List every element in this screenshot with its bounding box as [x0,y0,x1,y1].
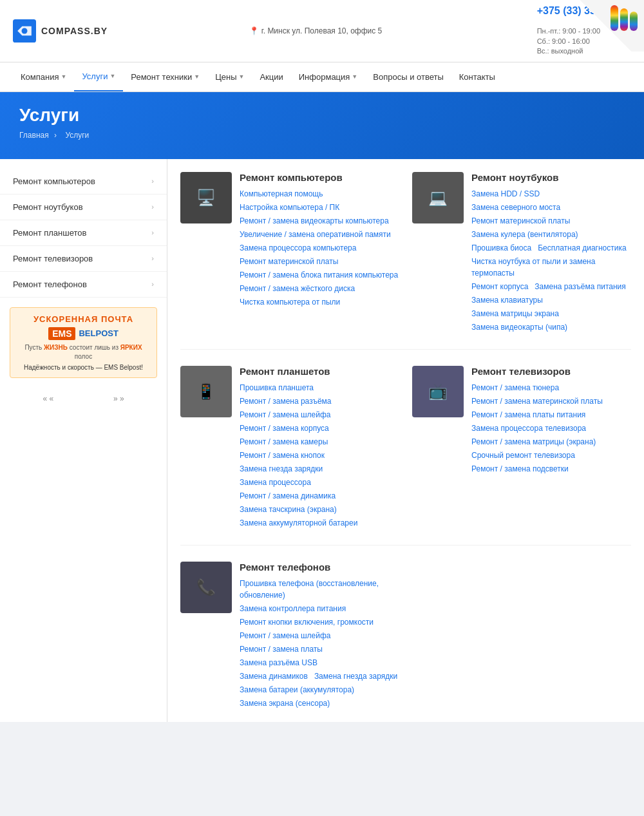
service-link[interactable]: Ремонт материнской платы [240,256,399,267]
nav-repair[interactable]: Ремонт техники ▼ [123,63,207,91]
service-link[interactable]: Замена батареи (аккумулятора) [240,684,399,696]
service-link[interactable]: Прошивка биоса [471,242,531,254]
nav-prices[interactable]: Цены ▼ [207,63,252,91]
service-link[interactable]: Ремонт / замена матрицы (экрана) [471,436,631,448]
ems-brand: EMS [48,327,75,340]
chevron-down-icon: ▼ [194,73,200,80]
service-tablets: 📱 Ремонт планшетов Прошивка планшета Рем… [180,366,399,529]
service-link[interactable]: Замена экрана (сенсора) [240,697,399,709]
chevron-down-icon: ▼ [239,73,245,80]
site-header: COMPASS.BY 📍 г. Минск ул. Полевая 10, оф… [0,0,644,62]
service-link[interactable]: Ремонт / замена блока питания компьютера [240,269,399,281]
spacer [0,722,644,816]
service-link[interactable]: Замена разъёма USB [240,657,317,669]
service-link[interactable]: Бесплатная диагностика [538,242,627,254]
service-link[interactable]: Ремонт материнской платы [471,215,631,227]
computer-image: 🖥️ [180,172,232,223]
nav-faq[interactable]: Вопросы и ответы [365,63,451,91]
service-link[interactable]: Замена клавиатуры [471,294,543,306]
ems-title: УСКОРЕННАЯ ПОЧТА [17,314,150,324]
breadcrumb: Главная › Услуги [19,131,625,140]
service-link[interactable]: Замена гнезда зарядки [240,463,323,475]
nav-promotions[interactable]: Акции [252,63,290,91]
ems-ad-box[interactable]: УСКОРЕННАЯ ПОЧТА EMS BELPOST Пусть ЖИЗНЬ… [10,307,157,378]
chevron-down-icon: ▼ [61,73,67,80]
service-link[interactable]: Ремонт / замена камеры [240,436,399,448]
service-link[interactable]: Ремонт / замена платы [240,643,323,655]
service-link[interactable]: Чистка компьютера от пыли [240,296,399,308]
sidebar-item-laptops[interactable]: Ремонт ноутбуков › [0,195,167,220]
service-link[interactable]: Ремонт / замена кнопок [240,450,399,461]
main-layout: Ремонт компьютеров › Ремонт ноутбуков › … [0,159,644,722]
service-link[interactable]: Чистка ноутбука от пыли и замена термопа… [471,256,631,279]
service-link[interactable]: Замена кулера (вентилятора) [471,229,631,240]
service-link[interactable]: Ремонт / замена платы питания [471,409,631,421]
nav-company[interactable]: Компания ▼ [13,63,74,91]
service-phones: 📞 Ремонт телефонов Прошивка телефона (во… [180,562,399,709]
service-link[interactable]: Прошивка планшета [240,382,399,394]
service-link[interactable]: Срочный ремонт телевизора [471,450,631,461]
service-computers: 🖥️ Ремонт компьютеров Компьютерная помощ… [180,172,399,333]
computers-links: Компьютерная помощь Настройка компьютера… [240,188,399,308]
service-link[interactable]: Замена матрицы экрана [471,308,559,319]
service-link[interactable]: Замена тачскрина (экрана) [240,504,399,515]
service-link[interactable]: Замена HDD / SSD [471,188,540,200]
service-link[interactable]: Замена разъёма питания [535,281,625,292]
tablets-links: Прошивка планшета Ремонт / замена разъём… [240,382,399,529]
laptop-image: 💻 [412,172,464,223]
sidebar-item-tablets[interactable]: Ремонт планшетов › [0,220,167,246]
next-page-btn[interactable]: » » [113,394,124,403]
service-link[interactable]: Компьютерная помощь [240,188,399,200]
nav-contacts[interactable]: Контакты [451,63,503,91]
chevron-right-icon: › [151,229,154,236]
service-link[interactable]: Ремонт / замена видеокарты компьютера [240,215,399,227]
ems-belpost: BELPOST [79,328,118,338]
logo[interactable]: COMPASS.BY [13,19,108,43]
service-link[interactable]: Ремонт / замена тюнера [471,382,631,394]
tv-content: Ремонт телевизоров Ремонт / замена тюнер… [471,366,631,475]
sidebar-item-computers[interactable]: Ремонт компьютеров › [0,169,167,195]
service-link[interactable]: Ремонт / замена материнской платы [471,395,631,407]
tablet-content: Ремонт планшетов Прошивка планшета Ремон… [240,366,399,529]
service-link[interactable]: Настройка компьютера / ПК [240,202,399,213]
service-link[interactable]: Замена северного моста [471,202,560,213]
service-link[interactable]: Прошивка телефона (восстановление, обнов… [240,578,399,601]
laptop-content: Ремонт ноутбуков Замена HDD / SSD Замена… [471,172,631,333]
sidebar-item-phones[interactable]: Ремонт телефонов › [0,272,167,298]
service-link[interactable]: Увеличение / замена оперативной памяти [240,229,399,240]
prev-page-btn[interactable]: « « [43,394,53,403]
breadcrumb-home[interactable]: Главная [19,131,49,140]
chevron-down-icon: ▼ [352,73,357,80]
nav-info[interactable]: Информация ▼ [291,63,366,91]
computer-content: Ремонт компьютеров Компьютерная помощь Н… [240,172,399,308]
service-link[interactable]: Замена аккумуляторной батареи [240,517,399,529]
service-link[interactable]: Ремонт / замена разъёма [240,395,399,407]
service-link[interactable]: Ремонт кнопки включения, громкости [240,616,399,628]
service-link[interactable]: Замена динамиков [240,670,308,682]
header-address: 📍 г. Минск ул. Полевая 10, оффис 5 [108,26,524,35]
tvs-links: Ремонт / замена тюнера Ремонт / замена м… [471,382,631,475]
pin-icon: 📍 [249,26,259,35]
phones-content: Ремонт телефонов Прошивка телефона (восс… [240,562,399,709]
service-link[interactable]: Ремонт / замена жёсткого диска [240,283,399,294]
tablets-title: Ремонт планшетов [240,366,399,377]
service-link[interactable]: Ремонт корпуса [471,281,528,292]
services-content: 🖥️ Ремонт компьютеров Компьютерная помощ… [167,159,644,722]
service-link[interactable]: Ремонт / замена динамика [240,490,399,502]
service-link[interactable]: Ремонт / замена подсветки [471,463,631,475]
service-link[interactable]: Замена процессора [240,477,311,488]
service-link[interactable]: Замена процессора телевизора [471,422,631,434]
corner-decoration [567,0,644,52]
main-nav: Компания ▼ Услуги ▼ Ремонт техники ▼ Цен… [0,62,644,92]
service-link[interactable]: Ремонт / замена шлейфа [240,409,399,421]
service-link[interactable]: Замена процессора компьютера [240,242,399,254]
tv-image: 📺 [412,366,464,417]
sidebar-item-tvs[interactable]: Ремонт телевизоров › [0,246,167,272]
service-link[interactable]: Ремонт / замена шлейфа [240,630,399,641]
service-link[interactable]: Замена контроллера питания [240,603,399,614]
nav-services[interactable]: Услуги ▼ [74,62,123,91]
chevron-down-icon: ▼ [109,73,115,79]
service-link[interactable]: Ремонт / замена корпуса [240,422,399,434]
service-link[interactable]: Замена гнезда зарядки [314,670,397,682]
service-link[interactable]: Замена видеокарты (чипа) [471,321,631,333]
